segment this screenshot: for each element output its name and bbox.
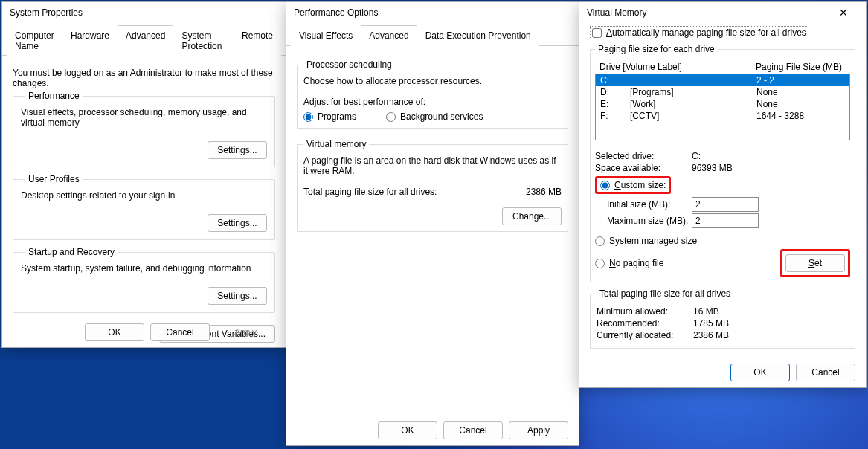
tab-hardware[interactable]: Hardware: [62, 25, 118, 56]
ok-button[interactable]: OK: [378, 421, 437, 439]
drive-size: 2 - 2: [756, 75, 845, 85]
tab-system-protection[interactable]: System Protection: [173, 25, 234, 56]
titlebar: System Properties: [2, 2, 286, 23]
system-properties-dialog: System Properties Computer Name Hardware…: [1, 1, 286, 348]
apply-button[interactable]: Apply: [509, 421, 568, 439]
auto-manage-input[interactable]: [592, 28, 602, 38]
radio-programs-input[interactable]: [303, 112, 313, 122]
radio-system-managed-label: System managed size: [609, 236, 697, 246]
drive-volume: [CCTV]: [630, 111, 756, 121]
selected-drive-label: Selected drive:: [595, 151, 692, 161]
auto-manage-label: Automatically manage paging file size fo…: [606, 28, 806, 38]
performance-settings-button[interactable]: Settings...: [208, 141, 267, 159]
titlebar: Performance Options: [286, 2, 579, 23]
virtual-memory-dialog: Virtual Memory ✕ Automatically manage pa…: [579, 1, 867, 388]
radio-no-paging[interactable]: No paging file: [595, 258, 780, 268]
initial-size-label: Initial size (MB):: [595, 199, 692, 210]
window-title: Virtual Memory: [587, 7, 646, 18]
drive-row[interactable]: E:[Work]None: [596, 98, 849, 110]
set-button[interactable]: Set: [785, 254, 845, 272]
initial-size-input[interactable]: [692, 197, 759, 212]
radio-background-input[interactable]: [386, 112, 396, 122]
radio-no-paging-input[interactable]: [595, 259, 605, 268]
radio-background[interactable]: Background services: [386, 112, 483, 122]
startup-legend: Startup and Recovery: [25, 247, 118, 257]
min-label: Minimum allowed:: [597, 306, 693, 317]
drive-group-legend: Paging file size for each drive: [595, 44, 718, 54]
cur-value: 2386 MB: [693, 330, 729, 340]
radio-programs[interactable]: Programs: [303, 112, 356, 122]
tab-advanced[interactable]: Advanced: [361, 25, 417, 46]
performance-legend: Performance: [25, 91, 83, 101]
performance-options-dialog: Performance Options Visual Effects Advan…: [286, 1, 579, 446]
drive-row[interactable]: F:[CCTV]1644 - 3288: [596, 110, 849, 122]
proc-sched-legend: Processor scheduling: [303, 59, 395, 70]
titlebar: Virtual Memory ✕: [579, 2, 866, 23]
drive-volume: [630, 75, 756, 85]
startup-settings-button[interactable]: Settings...: [208, 287, 267, 305]
selected-drive-value: C:: [692, 151, 701, 161]
col-drive: Drive [Volume Label]: [599, 62, 756, 72]
cur-label: Currently allocated:: [597, 330, 693, 340]
drive-letter: E:: [600, 99, 630, 109]
cancel-button[interactable]: Cancel: [443, 421, 503, 439]
ok-button[interactable]: OK: [730, 364, 790, 381]
total-legend: Total paging file size for all drives: [597, 288, 733, 299]
tab-dep[interactable]: Data Execution Prevention: [417, 25, 539, 46]
tab-computer-name[interactable]: Computer Name: [7, 25, 62, 56]
drive-letter: D:: [600, 87, 630, 97]
drive-volume: [Work]: [630, 99, 756, 109]
tab-advanced[interactable]: Advanced: [118, 25, 173, 56]
drive-header: Drive [Volume Label] Paging File Size (M…: [595, 62, 850, 72]
cancel-button[interactable]: Cancel: [796, 364, 855, 381]
close-icon[interactable]: ✕: [829, 7, 858, 19]
profiles-desc: Desktop settings related to your sign-in: [21, 190, 267, 201]
radio-system-managed-input[interactable]: [595, 236, 605, 246]
radio-custom-label: Custom size:: [614, 180, 666, 190]
drive-row[interactable]: D:[Programs]None: [596, 86, 849, 98]
tab-visual-effects[interactable]: Visual Effects: [291, 25, 361, 46]
drive-letter: C:: [600, 75, 630, 85]
drive-row[interactable]: C:2 - 2: [596, 74, 849, 86]
startup-desc: System startup, system failure, and debu…: [21, 263, 267, 274]
drive-size: None: [756, 87, 845, 97]
drive-size: None: [756, 99, 845, 109]
auto-manage-checkbox[interactable]: Automatically manage paging file size fo…: [590, 26, 808, 39]
adjust-label: Adjust for best performance of:: [303, 97, 562, 107]
maximum-size-input[interactable]: [692, 213, 759, 228]
rec-label: Recommended:: [597, 318, 693, 329]
space-label: Space available:: [595, 163, 692, 173]
cancel-button[interactable]: Cancel: [150, 323, 210, 341]
min-value: 16 MB: [693, 306, 719, 317]
tabs: Visual Effects Advanced Data Execution P…: [286, 25, 579, 46]
window-title: Performance Options: [294, 7, 378, 18]
space-value: 96393 MB: [692, 163, 733, 173]
change-button[interactable]: Change...: [502, 207, 562, 225]
tab-remote[interactable]: Remote: [234, 25, 281, 56]
radio-system-managed[interactable]: System managed size: [595, 236, 850, 246]
vmem-legend: Virtual memory: [303, 139, 369, 149]
radio-programs-label: Programs: [318, 112, 356, 122]
drive-volume: [Programs]: [630, 87, 756, 97]
drive-list[interactable]: C:2 - 2D:[Programs]NoneE:[Work]NoneF:[CC…: [595, 74, 850, 140]
radio-background-label: Background services: [400, 112, 483, 122]
radio-no-paging-label: No paging file: [609, 258, 663, 268]
performance-desc: Visual effects, processor scheduling, me…: [21, 107, 267, 128]
ok-button[interactable]: OK: [85, 323, 144, 341]
profiles-legend: User Profiles: [25, 174, 83, 184]
drive-size: 1644 - 3288: [756, 111, 845, 121]
radio-custom-input[interactable]: [600, 181, 610, 190]
radio-custom-size[interactable]: Custom size:: [600, 180, 666, 190]
vmem-total-label: Total paging file size for all drives:: [303, 187, 526, 197]
tabs: Computer Name Hardware Advanced System P…: [2, 25, 286, 56]
admin-note: You must be logged on as an Administrato…: [13, 68, 275, 88]
proc-sched-desc: Choose how to allocate processor resourc…: [303, 76, 562, 86]
window-title: System Properties: [10, 7, 83, 18]
vmem-desc: A paging file is an area on the hard dis…: [303, 155, 562, 176]
vmem-total-value: 2386 MB: [526, 187, 562, 197]
maximum-size-label: Maximum size (MB):: [595, 216, 692, 226]
rec-value: 1785 MB: [693, 318, 729, 329]
col-size: Paging File Size (MB): [756, 62, 846, 72]
profiles-settings-button[interactable]: Settings...: [208, 214, 267, 232]
apply-button: Apply: [216, 323, 275, 341]
